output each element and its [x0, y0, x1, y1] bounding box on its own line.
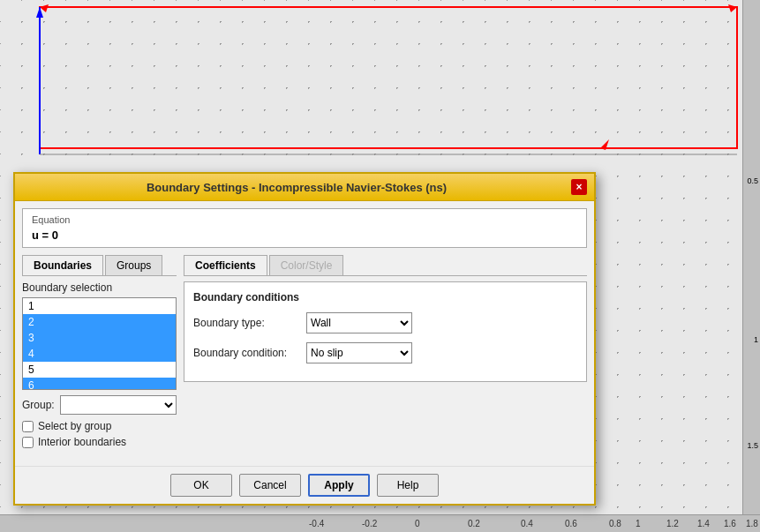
- tab-coefficients[interactable]: Coefficients: [184, 255, 267, 275]
- main-content: Boundaries Groups Boundary selection 1 2…: [22, 255, 587, 452]
- svg-rect-0: [40, 7, 737, 148]
- ruler-bottom: -0.4 -0.2 0 0.2 0.4 0.6 0.8 1 1.2 1.4 1.…: [0, 514, 760, 532]
- boundary-item-6[interactable]: 6: [23, 378, 176, 390]
- boundary-item-2[interactable]: 2: [23, 314, 176, 330]
- ruler-tick-12: 1.2: [666, 519, 679, 528]
- boundary-condition-select[interactable]: No slip Slip Moving wall: [306, 342, 412, 363]
- boundary-settings-dialog: Boundary Settings - Incompressible Navie…: [13, 172, 596, 506]
- tab-color-style[interactable]: Color/Style: [269, 255, 344, 275]
- tab-groups[interactable]: Groups: [105, 255, 162, 275]
- group-row: Group:: [22, 395, 177, 415]
- boundary-list[interactable]: 1 2 3 4 5 6: [22, 297, 177, 390]
- ruler-tick-06: 0.6: [565, 519, 577, 528]
- left-panel: Boundaries Groups Boundary selection 1 2…: [22, 255, 177, 452]
- ruler-tick-14: 1.4: [697, 519, 710, 528]
- equation-section: Equation u = 0: [22, 208, 587, 248]
- ruler-tick-16: 1.6: [724, 519, 736, 528]
- boundary-item-5[interactable]: 5: [23, 362, 176, 378]
- ruler-right: 0.5 1 1.5: [742, 0, 760, 514]
- boundary-type-select[interactable]: Wall Inlet Outlet Symmetry: [306, 312, 412, 333]
- ruler-tick-04: 0.4: [521, 519, 533, 528]
- boundary-selection-label: Boundary selection: [22, 281, 177, 294]
- ruler-tick-1: 1: [636, 519, 641, 528]
- group-label: Group:: [22, 399, 55, 411]
- right-tab-row: Coefficients Color/Style: [184, 255, 587, 276]
- dialog-title: Boundary Settings - Incompressible Navie…: [22, 181, 571, 194]
- ruler-tick-minus04: -0.4: [309, 519, 324, 528]
- select-by-group-row: Select by group: [22, 420, 177, 432]
- ruler-tick-08: 0.8: [609, 519, 621, 528]
- svg-marker-2: [728, 4, 737, 12]
- help-button[interactable]: Help: [377, 474, 439, 497]
- ok-button[interactable]: OK: [170, 474, 232, 497]
- ruler-tick-02: 0.2: [468, 519, 480, 528]
- dialog-footer: OK Cancel Apply Help: [15, 466, 594, 504]
- select-by-group-label[interactable]: Select by group: [38, 420, 111, 432]
- right-panel: Coefficients Color/Style Boundary condit…: [184, 255, 587, 452]
- interior-boundaries-row: Interior boundaries: [22, 436, 177, 448]
- dialog-titlebar: Boundary Settings - Incompressible Navie…: [15, 174, 594, 201]
- bc-title: Boundary conditions: [193, 291, 577, 303]
- bc-box: Boundary conditions Boundary type: Wall …: [184, 281, 587, 382]
- ruler-tick-18: 1.8: [746, 519, 758, 528]
- boundary-item-1[interactable]: 1: [23, 298, 176, 314]
- tab-boundaries[interactable]: Boundaries: [22, 255, 103, 275]
- ruler-tick-minus02: -0.2: [362, 519, 377, 528]
- boundary-item-4[interactable]: 4: [23, 346, 176, 362]
- interior-boundaries-checkbox[interactable]: [22, 437, 34, 448]
- apply-button[interactable]: Apply: [308, 474, 370, 497]
- dialog-body: Equation u = 0 Boundaries Groups Boundar…: [15, 201, 594, 459]
- boundary-item-3[interactable]: 3: [23, 330, 176, 346]
- left-tab-row: Boundaries Groups: [22, 255, 177, 276]
- cancel-button[interactable]: Cancel: [239, 474, 301, 497]
- close-button[interactable]: ×: [571, 179, 587, 195]
- select-by-group-checkbox[interactable]: [22, 421, 34, 432]
- equation-value: u = 0: [32, 229, 577, 242]
- interior-boundaries-label[interactable]: Interior boundaries: [38, 436, 126, 448]
- group-select[interactable]: [60, 395, 177, 415]
- boundary-condition-label: Boundary condition:: [193, 347, 299, 359]
- boundary-condition-row: Boundary condition: No slip Slip Moving …: [193, 342, 577, 363]
- equation-label: Equation: [32, 214, 577, 225]
- ruler-tick-0: 0: [415, 519, 420, 528]
- boundary-type-label: Boundary type:: [193, 317, 299, 329]
- boundary-type-row: Boundary type: Wall Inlet Outlet Symmetr…: [193, 312, 577, 333]
